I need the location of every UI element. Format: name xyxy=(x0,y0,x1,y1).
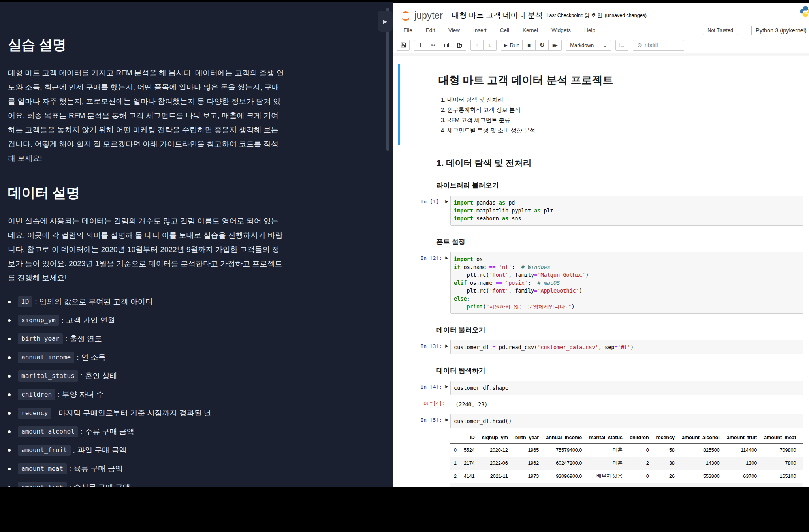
fold-icon: ▶ xyxy=(445,384,448,389)
column-description: 마지막 구매일로부터 기준 시점까지 경과된 날 xyxy=(58,408,211,418)
column-header: ... xyxy=(800,432,803,444)
section-heading[interactable]: 1. 데이터 탐색 및 전처리 xyxy=(436,157,803,169)
code-input[interactable]: import pandas as pdimport matplotlib.pyp… xyxy=(450,196,803,226)
column-header: birth_year xyxy=(512,432,542,444)
table-cell: 165100 xyxy=(760,470,800,483)
paste-cell-button[interactable] xyxy=(453,40,466,51)
column-code: annual_income xyxy=(18,352,74,363)
notebook-title[interactable]: 대형 마트 고객 데이터 분석 xyxy=(452,10,543,21)
menu-item[interactable]: Widgets xyxy=(545,27,578,33)
subsection-library[interactable]: 라이브러리 불러오기 xyxy=(436,181,803,190)
run-button[interactable]: ▶ Run xyxy=(501,40,523,51)
expand-panel-button[interactable]: ▶ xyxy=(378,11,393,32)
menu-item[interactable]: Cell xyxy=(493,27,516,33)
prompt-area: In [5]: ▶ xyxy=(398,414,450,428)
table-cell: 553800 xyxy=(678,470,723,483)
trust-status-badge[interactable]: Not Trusted xyxy=(703,26,738,35)
column-separator: : xyxy=(69,464,71,474)
cut-cell-button[interactable]: ✂ xyxy=(427,40,440,51)
table-cell: 63700 xyxy=(723,470,760,483)
bullet-icon xyxy=(8,430,11,433)
move-cell-up-button[interactable]: ↑ xyxy=(470,40,484,51)
code-cell-5[interactable]: In [5]: ▶ customer_df.head() xyxy=(398,414,803,428)
table-cell: 2022-06 xyxy=(478,457,512,470)
subsection-font[interactable]: 폰트 설정 xyxy=(436,237,803,246)
code-input[interactable]: import osif os.name == 'nt': # Windows p… xyxy=(450,252,803,314)
prompt-area: In [1]: ▶ xyxy=(398,196,450,226)
arrow-up-icon: ↑ xyxy=(476,42,478,48)
column-list-item: marital_status : 혼인 상태 xyxy=(8,370,292,382)
table-cell: 1965 xyxy=(512,444,542,457)
table-cell: 2022-05 xyxy=(478,483,512,487)
table-cell: 1962 xyxy=(512,457,542,470)
table-cell: 93096900.0 xyxy=(542,470,585,483)
move-cell-down-button[interactable]: ↓ xyxy=(484,40,497,51)
restart-run-all-button[interactable]: ▶▶ xyxy=(549,40,562,51)
column-separator: : xyxy=(65,334,67,344)
jupyter-brand[interactable]: jupyter xyxy=(414,10,443,21)
table-cell: ... xyxy=(800,444,803,457)
column-list-item: amount_fruit : 과일 구매 금액 xyxy=(8,445,292,456)
subsection-explore[interactable]: 데이터 탐색하기 xyxy=(436,366,803,375)
code-cell-3[interactable]: In [3]: ▶ customer_df = pd.read_csv('cus… xyxy=(398,340,803,354)
menu-item[interactable]: View xyxy=(442,27,467,33)
notebook-header: jupyter 대형 마트 고객 데이터 분석 Last Checkpoint:… xyxy=(393,3,809,24)
menu-item[interactable]: Edit xyxy=(419,27,442,33)
markdown-cell-title[interactable]: 대형 마트 고객 데이터 분석 프로젝트 데이터 탐색 및 전처리인구통계학적 … xyxy=(398,64,803,145)
column-list-item: birth_year : 출생 연도 xyxy=(8,333,292,344)
code-cell-1[interactable]: In [1]: ▶ import pandas as pdimport matp… xyxy=(398,196,803,226)
table-cell: 2 xyxy=(626,457,653,470)
column-code: birth_year xyxy=(18,333,63,344)
fold-icon: ▶ xyxy=(445,199,448,203)
bullet-icon xyxy=(8,393,11,396)
menu-item[interactable]: File xyxy=(397,27,419,33)
bullet-icon xyxy=(8,486,11,487)
code-cell-4[interactable]: In [4]: ▶ customer_df.shape xyxy=(398,381,803,395)
table-cell: 0 xyxy=(450,444,460,457)
add-cell-button[interactable]: + xyxy=(414,40,427,51)
command-palette-button[interactable] xyxy=(615,40,628,51)
table-cell: 미혼 xyxy=(585,444,626,457)
subsection-load[interactable]: 데이터 불러오기 xyxy=(436,325,803,335)
table-cell: ... xyxy=(800,457,803,470)
column-code: ID xyxy=(18,296,32,307)
menu-item[interactable]: Insert xyxy=(467,27,493,33)
run-icon: ▶ xyxy=(504,43,507,48)
checkpoint-text: Last Checkpoint: 몇 초 전 xyxy=(547,12,602,19)
clock-icon: ⊙ xyxy=(637,42,642,48)
dataframe-output: IDsignup_ymbirth_yearannual_incomemarita… xyxy=(450,432,803,487)
cell-type-value: Markdown xyxy=(570,42,594,48)
table-cell: 58 xyxy=(653,444,678,457)
copy-icon xyxy=(444,42,449,48)
column-header: amount_alcohol xyxy=(678,432,723,444)
column-code: recency xyxy=(18,408,51,419)
code-input[interactable]: customer_df.shape xyxy=(450,381,803,395)
table-cell: 0 xyxy=(626,470,653,483)
cell-type-select[interactable]: Markdown ⌄ xyxy=(566,40,611,51)
menu-item[interactable]: Kernel xyxy=(516,27,545,33)
notebook-cells: 대형 마트 고객 데이터 분석 프로젝트 데이터 탐색 및 전처리인구통계학적 … xyxy=(393,56,809,487)
chevron-down-icon: ⌄ xyxy=(603,42,607,48)
bullet-icon xyxy=(8,375,11,378)
table-cell: 26 xyxy=(653,483,678,487)
column-separator: : xyxy=(73,446,75,455)
column-code: amount_fruit xyxy=(18,445,71,456)
restart-kernel-button[interactable]: ↻ xyxy=(536,40,549,51)
column-description: 출생 연도 xyxy=(70,334,102,344)
prompt-area: In [4]: ▶ xyxy=(398,381,450,395)
jupyter-logo-icon[interactable] xyxy=(399,9,412,22)
paste-icon xyxy=(457,42,462,48)
table-cell: 배우자 있음 xyxy=(585,483,626,487)
code-input[interactable]: customer_df.head() xyxy=(450,414,803,428)
table-body: 055242020-12196575579400.0미혼058825500114… xyxy=(450,444,803,487)
menu-item[interactable]: Help xyxy=(578,27,602,33)
column-description: 육류 구매 금액 xyxy=(73,464,123,474)
nbdiff-button[interactable]: ⊙ nbdiff xyxy=(633,40,684,51)
code-cell-2[interactable]: In [2]: ▶ import osif os.name == 'nt': #… xyxy=(398,252,803,314)
save-button[interactable] xyxy=(397,40,410,51)
kernel-name: Python 3 (ipykernel) xyxy=(756,27,807,34)
code-input[interactable]: customer_df = pd.read_csv('customer_data… xyxy=(450,340,803,354)
column-code: amount_fish xyxy=(18,482,67,487)
copy-cell-button[interactable] xyxy=(440,40,453,51)
interrupt-kernel-button[interactable]: ■ xyxy=(523,40,536,51)
